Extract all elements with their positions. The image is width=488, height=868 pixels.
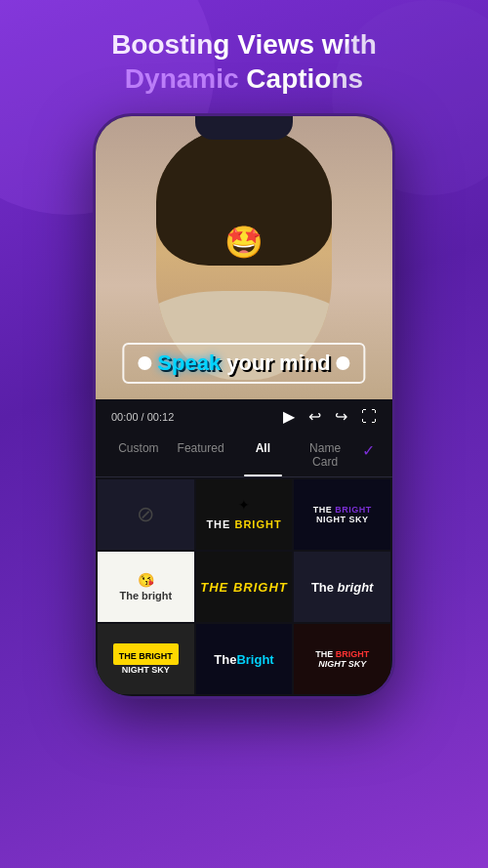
phone-notch [195, 116, 293, 140]
style-none[interactable]: ⊘ [98, 479, 194, 550]
style-7-badge: THE BRIGHT [113, 643, 179, 665]
style-9-the: THE BRIGHT [315, 649, 369, 659]
header-line1: Boosting Views with [111, 29, 377, 60]
caption-dot-left [138, 356, 151, 370]
header-accent: Dynamic [125, 63, 239, 94]
style-4-the: The bright [119, 590, 172, 601]
style-8-the: The [214, 652, 236, 667]
style-the-bright-emoji[interactable]: 😘 The bright [98, 552, 194, 622]
caption-dot-right [337, 356, 350, 370]
style-bright-yellow[interactable]: THE BRIGHT [196, 552, 293, 622]
style-bright-night-red[interactable]: THE BRIGHT NIGHT SKY [294, 624, 390, 694]
style-6-text: The bright [311, 580, 374, 595]
style-bright-night-purple[interactable]: THE BRIGHT NIGHT SKY [294, 479, 390, 550]
style-5-text: THE BRIGHT [200, 580, 287, 595]
caption-rest: your mind [226, 351, 330, 375]
play-button[interactable]: ▶ [283, 407, 295, 426]
phone-frame: 🤩 Speak your mind 00:00 / 00:12 ▶ ↩ [93, 113, 395, 699]
controls-bar: 00:00 / 00:12 ▶ ↩ ↪ ⛶ [96, 399, 392, 434]
undo-button[interactable]: ↩ [308, 407, 321, 426]
style-bright-night-gold[interactable]: THE BRIGHT NIGHT SKY [98, 624, 194, 694]
no-style-icon: ⊘ [137, 502, 154, 527]
style-3-line2: NIGHT SKY [316, 515, 369, 524]
style-bright-white[interactable]: The bright [294, 552, 390, 622]
control-icons: ▶ ↩ ↪ ⛶ [283, 407, 377, 426]
time-display: 00:00 / 00:12 [111, 411, 174, 423]
phone-wrapper: 🤩 Speak your mind 00:00 / 00:12 ▶ ↩ [0, 113, 488, 699]
emoji-overlay: 🤩 [224, 224, 264, 261]
style-7-line2: NIGHT SKY [122, 665, 170, 675]
header-title: Boosting Views with Dynamic Captions [29, 27, 459, 96]
style-bright-star[interactable]: ✦ THE BRIGHT [196, 479, 293, 550]
style-4-emoji: 😘 [138, 572, 154, 588]
style-2-bright: BRIGHT [234, 518, 281, 530]
caption-text: Speak your mind [157, 351, 330, 376]
caption-highlight: Speak [157, 351, 221, 375]
tab-namecard[interactable]: Name Card [294, 434, 356, 476]
redo-button[interactable]: ↪ [335, 407, 347, 426]
time-current: 00:00 [111, 411, 139, 423]
time-total: 00:12 [147, 411, 175, 423]
tab-custom[interactable]: Custom [107, 434, 170, 476]
tab-bar: Custom Featured All Name Card ✓ [96, 434, 392, 477]
tab-all[interactable]: All [232, 434, 295, 476]
tab-check-icon[interactable]: ✓ [356, 434, 381, 476]
video-area: 🤩 Speak your mind [96, 116, 392, 399]
style-2-the: THE [206, 518, 234, 530]
style-7-text: THE BRIGHT [119, 651, 173, 661]
style-star-icon: ✦ [238, 497, 250, 513]
style-bright-star-text: THE BRIGHT [206, 515, 281, 532]
style-bright-cyan[interactable]: The Bright [196, 624, 293, 694]
fullscreen-button[interactable]: ⛶ [361, 408, 377, 426]
style-8-bright: Bright [236, 652, 273, 667]
style-3-line1: THE BRIGHT [313, 505, 372, 515]
style-9-line2: NIGHT SKY [318, 659, 366, 669]
tab-featured[interactable]: Featured [170, 434, 232, 476]
header-line2-rest: Captions [246, 63, 363, 94]
header: Boosting Views with Dynamic Captions [0, 0, 488, 113]
style-grid: ⊘ ✦ THE BRIGHT THE BRIGHT NIGHT SKY 😘 Th… [96, 477, 392, 696]
caption-box: Speak your mind [122, 343, 365, 384]
